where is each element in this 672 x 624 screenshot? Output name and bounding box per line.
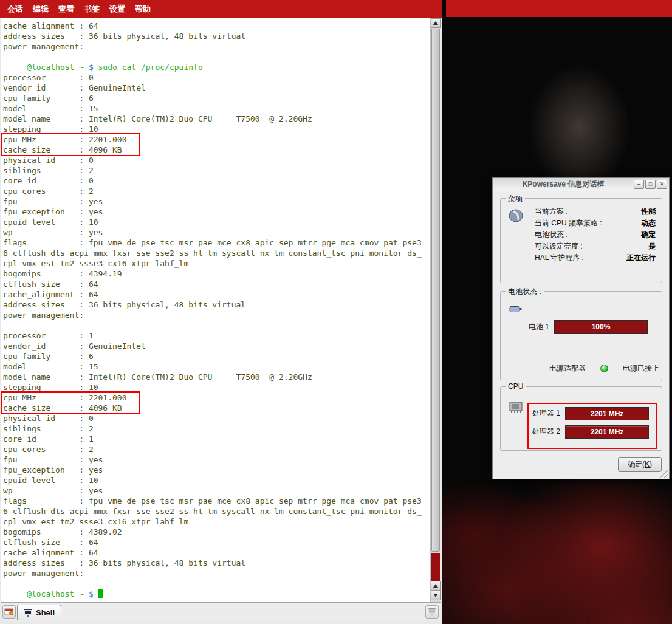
info-row: HAL 守护程序 :正在运行 [535,252,656,264]
ok-button[interactable]: 确定(K) [618,457,662,472]
terminal-line: cache_alignment : 64 [3,289,430,300]
cpu-frequency-bar: 2201 MHz [565,407,649,420]
cpu-icon [507,400,525,415]
terminal-line: physical id : 0 [3,413,430,423]
terminal-line: power management: [3,41,430,52]
prompt-host: @localhost ~ [27,63,84,72]
group-misc: 杂项 当前方案 :性能当前 CPU 频率策略 :动态电池状态 :确定可以设定亮度… [500,198,662,283]
scrollbar-down-button[interactable] [431,591,441,600]
menu-item[interactable]: 帮助 [130,4,156,15]
minimize-button[interactable]: – [634,180,644,189]
terminal-line: cpu family : 6 [3,351,430,362]
cpu-row: 处理器 22201 MHz [532,425,649,439]
scrollbar-thumb[interactable] [431,29,440,552]
close-button[interactable]: ✕ [657,180,667,189]
terminal-output: cache_alignment : 64address sizes : 36 b… [1,18,430,602]
new-session-button[interactable] [2,605,16,619]
terminal-line: cpu cores : 2 [3,186,430,196]
terminal-scrollbar[interactable] [430,18,440,602]
menu-item[interactable]: 编辑 [28,4,53,15]
battery-icon [509,305,523,314]
group-battery: 电池状态 : 电池 1 100% 电源适配器 电源已接上 [500,291,662,380]
arrow-up-icon [433,584,438,588]
terminal-line: 6 clflush dts acpi mmx fxsr sse sse2 ss … [3,506,430,516]
terminal-icon-gray [428,608,436,615]
cpu-row: 处理器 12201 MHz [532,406,649,420]
menu-item[interactable]: 书签 [79,4,105,15]
terminal-line: fpu : yes [3,196,430,207]
terminal-line: physical id : 0 [3,155,430,165]
terminal-line: flags : fpu vme de pse tsc msr pae mce c… [3,238,430,248]
dialog-titlebar[interactable]: KPowersave 信息对话框 – □ ✕ [493,178,669,191]
maximize-button[interactable]: □ [645,180,656,189]
menu-item[interactable]: 查看 [53,4,79,15]
info-label: 可以设定亮度 : [535,241,583,252]
terminal-icon [24,609,32,617]
info-value: 正在运行 [626,253,656,263]
terminal-line [3,52,430,62]
ok-accesskey: K [645,460,650,468]
command-text: sudo cat /proc/cpuinfo [98,63,203,72]
terminal-line: @localhost ~ $ [3,589,430,599]
scrollbar-up-button[interactable] [431,18,441,28]
terminal-cursor [98,589,103,598]
session-list-button[interactable] [425,605,439,619]
terminal-line: bogomips : 4389.02 [3,527,430,537]
group-cpu-legend: CPU [506,382,526,391]
terminal-line [3,578,430,589]
terminal-line: model : 15 [3,362,430,372]
info-row: 当前方案 :性能 [535,206,656,218]
terminal-line: clflush size : 64 [3,537,430,547]
menu-item[interactable]: 会话 [2,4,28,15]
terminal-line: processor : 0 [3,72,430,83]
arrow-down-icon [433,594,438,597]
terminal-line: cache_alignment : 64 [3,547,430,558]
terminal-line: processor : 1 [3,331,430,341]
terminal-line: cache size : 4096 KB [3,403,430,413]
info-value: 是 [648,241,656,252]
terminal-line: fpu_exception : yes [3,465,430,475]
terminal-line: cpuid level : 10 [3,217,430,227]
kpowersave-icon [508,208,524,223]
terminal-line: cpl vmx est tm2 ssse3 cx16 xtpr lahf_lm [3,258,430,269]
cpu-frequency-bar: 2201 MHz [565,425,649,439]
menu-item[interactable]: 设置 [105,4,130,15]
dialog-title: KPowersave 信息对话框 [493,179,634,190]
terminal-line: address sizes : 36 bits physical, 48 bit… [3,300,430,310]
arrow-up-icon [433,21,438,25]
adapter-label: 电源适配器 [549,363,586,374]
terminal-line: core id : 0 [3,176,430,186]
group-misc-legend: 杂项 [506,194,525,204]
terminal-line: power management: [3,310,430,320]
tab-shell[interactable]: Shell [17,605,61,620]
prompt-redacted-user [3,63,27,72]
battery-row: 电池 1 100% [529,320,648,334]
cpu-rows: 处理器 12201 MHz处理器 22201 MHz [532,406,649,443]
terminal-line: clflush size : 64 [3,279,430,289]
terminal-line: stepping : 10 [3,382,430,393]
terminal-line: cache size : 4096 KB [3,145,430,155]
terminal-line: siblings : 2 [3,423,430,434]
info-value: 确定 [641,230,656,240]
power-adapter-led [600,365,608,372]
menu-bar: 会话编辑查看书签设置帮助 [0,0,442,18]
info-row: 电池状态 :确定 [535,229,656,241]
group-cpu: CPU 处理器 12201 MHz处理器 22201 MHz [500,386,662,451]
terminal-line: cpu MHz : 2201.000 [3,393,430,403]
terminal-line: address sizes : 36 bits physical, 48 bit… [3,558,430,568]
terminal-line: cache_alignment : 64 [3,21,430,31]
terminal-body[interactable]: cache_alignment : 64address sizes : 36 b… [1,18,430,602]
prompt-host: @localhost ~ [27,589,84,598]
terminal-line: fpu_exception : yes [3,207,430,217]
terminal-line [3,320,430,331]
info-label: 电池状态 : [535,230,568,240]
info-label: 当前 CPU 频率策略 : [535,218,602,228]
prompt-redacted-user [3,589,27,598]
scrollbar-up-button-bottom[interactable] [431,581,441,591]
terminal-line: bogomips : 4394.19 [3,269,430,279]
terminal-line: address sizes : 36 bits physical, 48 bit… [3,31,430,41]
terminal-line: cpu family : 6 [3,93,430,103]
info-label: 当前方案 : [535,207,568,217]
terminal-line: model name : Intel(R) Core(TM)2 Duo CPU … [3,372,430,382]
info-row: 可以设定亮度 :是 [535,241,656,252]
